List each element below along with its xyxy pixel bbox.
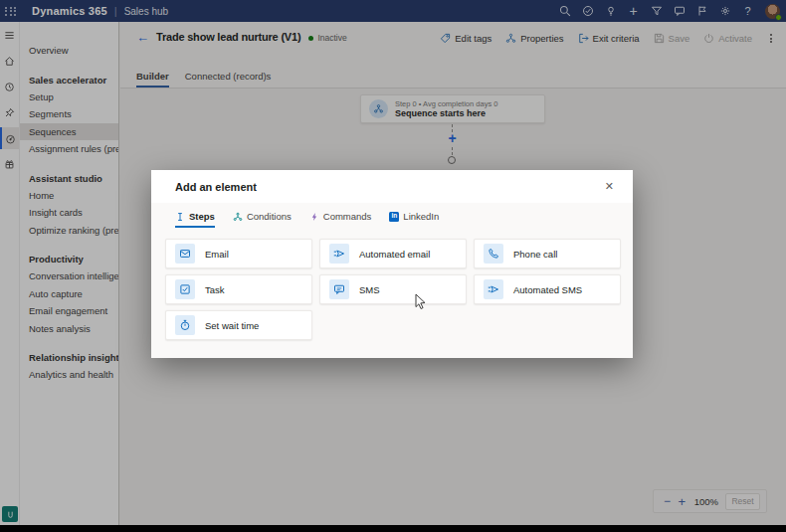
add-element-dialog: Add an element ✕ Steps Conditions Comman… <box>151 170 633 358</box>
element-card-phone-call[interactable]: Phone call <box>474 239 621 268</box>
phone-icon <box>484 244 503 264</box>
linkedin-icon: in <box>389 212 399 222</box>
element-card-set-wait-time[interactable]: Set wait time <box>165 310 312 340</box>
automated-email-icon <box>329 244 349 264</box>
tab-commands[interactable]: Commands <box>309 211 372 228</box>
element-card-automated-email[interactable]: Automated email <box>319 239 467 268</box>
element-grid: Email Automated email Phone call <box>165 239 619 340</box>
dialog-header: Add an element ✕ <box>151 170 633 203</box>
tab-linkedin[interactable]: in LinkedIn <box>389 211 439 228</box>
element-card-sms[interactable]: SMS <box>319 274 467 304</box>
automated-sms-icon <box>484 279 503 299</box>
close-icon[interactable]: ✕ <box>600 179 619 194</box>
tab-conditions[interactable]: Conditions <box>233 211 292 228</box>
task-icon <box>175 279 195 299</box>
element-card-task[interactable]: Task <box>165 274 312 304</box>
wait-time-icon <box>175 315 195 335</box>
tab-steps[interactable]: Steps <box>175 211 215 228</box>
element-card-automated-sms[interactable]: Automated SMS <box>474 274 621 304</box>
dialog-body: Email Automated email Phone call <box>151 228 633 358</box>
app-window: Dynamics 365 | Sales hub + <box>0 0 786 532</box>
sms-icon <box>329 279 349 299</box>
email-icon <box>175 244 195 264</box>
dialog-title: Add an element <box>175 181 257 193</box>
dialog-tabs: Steps Conditions Commands in LinkedIn <box>151 203 633 228</box>
window-edge <box>0 525 786 532</box>
element-card-email[interactable]: Email <box>165 239 312 268</box>
